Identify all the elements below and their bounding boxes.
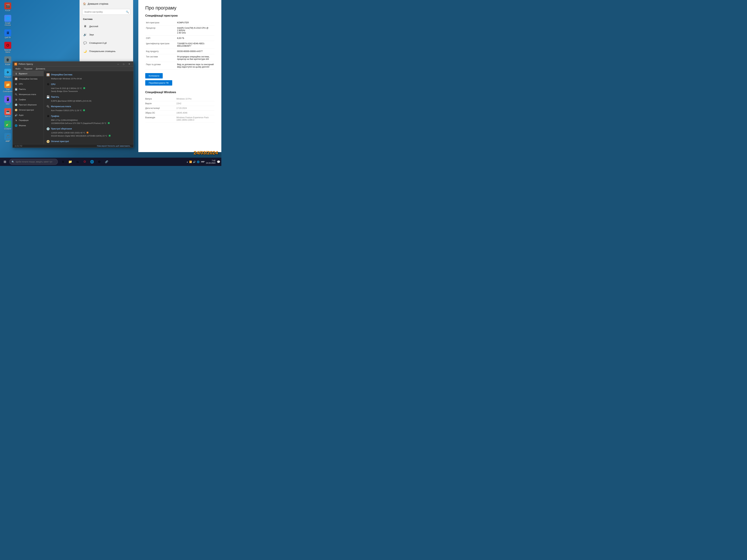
settings-item-display[interactable]: 🖥 Дисплей [80, 22, 133, 30]
rename-button[interactable]: Перейменувати ПК [145, 80, 172, 85]
taskbar-search: 🔍 [9, 159, 58, 165]
keyboard-lang[interactable]: УКР [201, 161, 205, 163]
date-overlay: 24/03/2024 [194, 150, 218, 156]
device-specs-title: Специфікації пристрою [145, 14, 214, 17]
cpu-line1-text: Intel Core i5 2310 @ 2.90GHz 23 °C [51, 87, 82, 89]
sidebar-item-network[interactable]: 🌐 Мережа [12, 123, 44, 128]
taskbar-app-taskview[interactable]: ⧉ [59, 158, 67, 165]
optical-label: Оптичні пристрої [19, 109, 34, 111]
network-icon: 🌐 [15, 124, 18, 127]
windows-specs-section: Специфікації Windows Випуск Windows 10 P… [145, 91, 214, 123]
trash-icon: 🗑 [4, 56, 11, 63]
close-button[interactable]: ✕ [127, 62, 132, 66]
ram-icon: 💾 [15, 88, 18, 90]
sidebar-item-cpu[interactable]: ⚙ CPU [12, 81, 44, 87]
gpu-section-icon: 🖥 [47, 114, 50, 118]
tray-arrow[interactable]: ▲ [186, 161, 188, 163]
aimp-label: AIMP [6, 140, 10, 142]
maximize-button[interactable]: □ [121, 62, 126, 66]
settings-item-focus[interactable]: 🌙 Планувальник сповіщень [80, 47, 133, 55]
desktop-icon-totalcmd[interactable]: 📁 Total Commander [2, 81, 14, 93]
speccy-update-notice[interactable]: Нова версія! Натисніть щоб завантажити..… [97, 145, 131, 147]
start-button[interactable]: ⊞ [1, 158, 9, 166]
os-section-value: Майкрософт Windows 10 Pro 64-bit [47, 77, 131, 80]
spec-label-product-key: Код продукту [145, 49, 176, 54]
os-section-header: 🪟 Операційна Система [47, 73, 131, 76]
spec-value-product-key: 00330-80000-00000-AA577 [176, 49, 214, 54]
desktop-icon-opera[interactable]: O Браузер Opera [2, 41, 14, 54]
taskbar-clock[interactable]: 7:42 24.03.2024 [206, 159, 215, 164]
cpu-label: CPU [19, 83, 23, 85]
sidebar-item-ram[interactable]: 💾 Пам'ять [12, 87, 44, 92]
desktop-icon-ccleaner[interactable]: 🧹 CCleaner [2, 120, 14, 131]
desktop-icon-flv24[interactable]: 🎬 FLV24 [2, 2, 14, 12]
sidebar-item-audio[interactable]: 🔊 Аудіо [12, 112, 44, 118]
spec-value-pen: Ввід за допомогою пера та сенсорний ввід… [176, 62, 214, 70]
viber-icon: 📱 [4, 96, 11, 103]
settings-item-notifications[interactable]: 💬 Сповіщення й дії [80, 39, 133, 47]
notification-btn[interactable]: 💬 [217, 160, 220, 163]
win-spec-row-edition: Випуск Windows 10 Pro [145, 97, 214, 101]
spec-label-pen: Перо та дотики [145, 62, 176, 70]
notifications-icon: 💬 [83, 41, 87, 45]
desktop-icon-telegram[interactable]: ✈ Telegram [2, 68, 14, 79]
taskbar-app-store[interactable]: 🛍 [74, 158, 81, 165]
menu-help[interactable]: Допомога [34, 67, 47, 71]
mobo-section-icon: 🔌 [47, 105, 50, 108]
telegram-label: Telegram [4, 76, 11, 78]
spec-label-device-name: Ім'я пристрою [145, 20, 176, 25]
spec-row-device-id: Ідентифікатор пристрою 718A8B74-A3A2-4D4… [145, 41, 214, 49]
taskbar-app-explorer[interactable]: 📁 [67, 158, 74, 165]
desktop-icon-chrome[interactable]: 🌐 Google Chrome [2, 14, 14, 27]
speccy-app-icon: S [14, 63, 17, 65]
menu-view[interactable]: Подання [23, 67, 34, 71]
win-spec-label-build: Збірка ОС [145, 112, 176, 114]
aimp-icon: 🎵 [4, 133, 11, 140]
gpu-section-line2: 1023M6NVIDIA GeForce GTX 550 Ti (Sapphir… [47, 122, 131, 125]
sidebar-item-gpu[interactable]: 🖥 Графіка [12, 97, 44, 102]
win-spec-label-install-date: Дата інсталяції [145, 107, 176, 109]
speccy-version: v1.31.732 [15, 145, 22, 147]
sidebar-item-optical[interactable]: 📀 Оптичні пристрої [12, 107, 44, 112]
win-spec-label-experience: Взаємодія [145, 116, 176, 121]
settings-search-icon-btn[interactable]: 🔍 [126, 10, 129, 13]
settings-home-btn[interactable]: 🏠 Домашня сторінка [80, 0, 133, 8]
minimize-button[interactable]: ─ [116, 62, 121, 66]
cpu-temp-indicator [83, 87, 85, 89]
summary-label: Відомості [19, 73, 27, 75]
storage-section-icon: 💿 [47, 127, 50, 130]
sidebar-item-mobo[interactable]: 🔌 Материнська плата [12, 92, 44, 97]
sidebar-item-peripheral[interactable]: 🖱 Периферія [12, 118, 44, 123]
desktop-icon-speccy[interactable]: 💻 Speccy [2, 107, 14, 118]
copy-button[interactable]: Копіювати [145, 73, 163, 78]
sidebar-item-storage[interactable]: 💿 Пристрої зберігання [12, 102, 44, 107]
desktop-icon-aimp[interactable]: 🎵 AIMP [2, 132, 14, 143]
desktop-icon-thispc[interactable]: 🖥 Цей ПК [2, 29, 14, 39]
menu-file[interactable]: Файл [14, 67, 22, 71]
optical-section-header: 📀 Оптичні пристрої [47, 140, 131, 143]
win-spec-label-version: Версія [145, 102, 176, 105]
os-section: 🪟 Операційна Система Майкрософт Windows … [47, 73, 131, 80]
taskbar-app-opera[interactable]: O [81, 158, 88, 165]
storage1-temp-indicator [87, 132, 88, 133]
speccy-content: 🪟 Операційна Система Майкрософт Windows … [44, 71, 133, 144]
mobo-icon: 🔌 [15, 93, 18, 96]
storage-icon: 💿 [15, 103, 18, 106]
desktop-icon-viber[interactable]: 📱 Viber [2, 95, 14, 106]
settings-item-sound[interactable]: 🔊 Звук [80, 30, 133, 39]
taskbar-app-settings[interactable]: ⚙ [96, 158, 103, 165]
sidebar-item-summary[interactable]: ℹ Відомості [12, 71, 44, 76]
cpu-section-header: ⚙ CPU [47, 83, 131, 86]
taskbar-search-input[interactable] [16, 161, 54, 163]
chrome-label: Google Chrome [2, 22, 13, 26]
audio-label: Аудіо [19, 114, 24, 116]
spec-row-ram: ОЗП 8,00 ГБ [145, 35, 214, 41]
storage-section-header: 💿 Пристрої зберігання [47, 127, 131, 130]
settings-search-input[interactable] [82, 9, 130, 15]
taskbar-app-chrome[interactable]: 🌐 [88, 158, 96, 165]
spec-row-system-type: Тип системи 64-розрядна операційна систе… [145, 54, 214, 62]
taskbar-app-misc[interactable]: 🔗 [103, 158, 110, 165]
optical-section-title: Оптичні пристрої [51, 140, 69, 142]
desktop-icon-trash[interactable]: 🗑 Кошик [2, 56, 14, 66]
sidebar-item-os[interactable]: 🪟 Операційна Система [12, 76, 44, 81]
